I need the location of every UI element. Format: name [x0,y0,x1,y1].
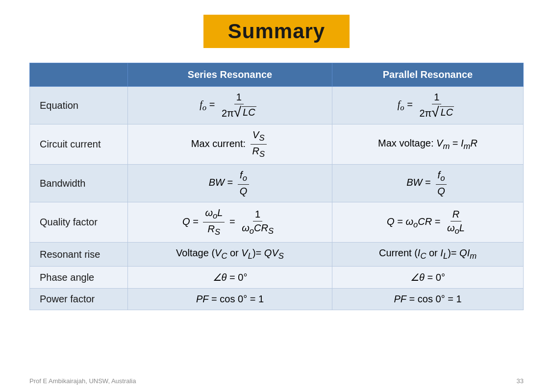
row-label-phase: Phase angle [30,267,128,289]
table-row: Phase angle ∠θ = 0° ∠θ = 0° [30,267,524,289]
formula-equation-parallel: fo = 1 2π√LC [332,87,524,124]
formula-phase-parallel: ∠θ = 0° [332,267,524,289]
row-label-pf: Power factor [30,289,128,310]
formula-circuit-parallel: Max voltage: Vm = ImR [332,124,524,165]
footer-left: Prof E Ambikairajah, UNSW, Australia [29,377,136,385]
table-row: Resonant rise Voltage (VC or VL)= QVS Cu… [30,243,524,267]
row-label-quality: Quality factor [30,202,128,243]
formula-bandwidth-parallel: BW = fo Q [332,165,524,202]
page-title: Summary [228,20,325,43]
summary-table: Series Resonance Parallel Resonance Equa… [29,63,524,310]
table-row: Circuit current Max current: VS RS Max v… [30,124,524,165]
page: Summary Series Resonance Parallel Resona… [0,0,553,392]
table-row: Equation fo = 1 2π√LC fo = 1 [30,87,524,124]
formula-equation-series: fo = 1 2π√LC [128,87,332,124]
header-parallel: Parallel Resonance [332,63,524,87]
row-label-resonant: Resonant rise [30,243,128,267]
table-row: Bandwidth BW = fo Q BW = fo Q [30,165,524,202]
row-label-circuit-current: Circuit current [30,124,128,165]
formula-bandwidth-series: BW = fo Q [128,165,332,202]
formula-pf-series: PF = cos 0° = 1 [128,289,332,310]
footer: Prof E Ambikairajah, UNSW, Australia 33 [29,377,524,385]
header-empty [30,63,128,87]
formula-quality-parallel: Q = ωoCR = R ωoL [332,202,524,243]
formula-resonant-parallel: Current (IC or IL)= QIm [332,243,524,267]
row-label-equation: Equation [30,87,128,124]
header-series: Series Resonance [128,63,332,87]
table-row: Quality factor Q = ωoL RS = 1 ωoCRS Q = … [30,202,524,243]
formula-phase-series: ∠θ = 0° [128,267,332,289]
table-row: Power factor PF = cos 0° = 1 PF = cos 0°… [30,289,524,310]
formula-circuit-series: Max current: VS RS [128,124,332,165]
title-banner: Summary [203,15,350,48]
formula-quality-series: Q = ωoL RS = 1 ωoCRS [128,202,332,243]
formula-resonant-series: Voltage (VC or VL)= QVS [128,243,332,267]
footer-right: 33 [517,377,524,385]
row-label-bandwidth: Bandwidth [30,165,128,202]
formula-pf-parallel: PF = cos 0° = 1 [332,289,524,310]
